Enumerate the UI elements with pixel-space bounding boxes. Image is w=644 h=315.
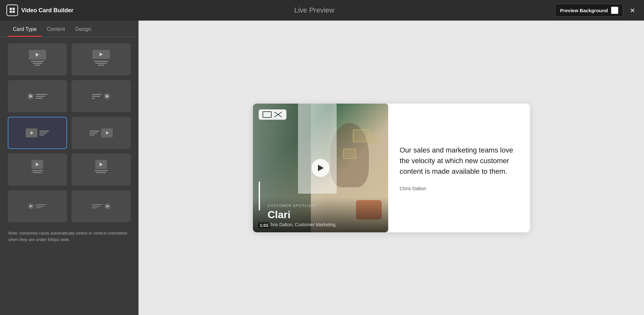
app-title: Video Card Builder <box>21 7 73 14</box>
app-header: Video Card Builder Live Preview Preview … <box>0 0 644 21</box>
card-type-grid <box>8 43 131 222</box>
card-quote: Our sales and marketing teams love the v… <box>400 145 518 177</box>
preview-card: CUSTOMER SPOTLIGHT Clari Chris Dalton, C… <box>253 104 530 232</box>
card-layout-3[interactable] <box>8 80 67 112</box>
card-layout-10[interactable] <box>72 190 131 222</box>
card-layout-6[interactable] <box>72 117 131 149</box>
sidebar-note: Note: horizontal cards automatically swi… <box>8 230 131 243</box>
svg-rect-3 <box>13 11 15 13</box>
video-duration: 1:01 <box>258 222 270 228</box>
header-controls: Preview Background × <box>555 4 638 17</box>
svg-rect-0 <box>10 8 12 10</box>
card-layout-9-icon <box>24 197 50 216</box>
badge-rectangle <box>263 111 272 118</box>
card-text-section: Our sales and marketing teams love the v… <box>388 104 530 232</box>
live-preview-label: Live Preview <box>73 6 555 14</box>
card-layout-8[interactable] <box>72 153 131 186</box>
sidebar-tabs: Card Type Content Design <box>0 21 139 37</box>
card-layout-1-icon <box>24 50 50 69</box>
play-icon <box>318 165 324 171</box>
video-bar <box>259 181 260 210</box>
card-layout-6-icon <box>88 123 114 143</box>
card-layout-4[interactable] <box>72 80 131 112</box>
tab-card-type[interactable]: Card Type <box>8 21 42 37</box>
card-layout-7[interactable] <box>8 153 67 186</box>
close-button[interactable]: × <box>628 4 638 17</box>
card-layout-10-icon <box>88 197 114 216</box>
close-icon: × <box>630 5 635 15</box>
play-button[interactable] <box>312 159 330 177</box>
card-layout-1[interactable] <box>8 43 67 76</box>
svg-rect-1 <box>13 8 15 10</box>
video-title: Clari <box>268 209 382 221</box>
tab-design[interactable]: Design <box>70 21 97 37</box>
card-layout-7-icon <box>24 160 50 179</box>
card-layout-5-icon <box>24 123 50 143</box>
card-layout-9[interactable] <box>8 190 67 222</box>
video-logo-badge <box>259 109 286 120</box>
card-layout-5[interactable] <box>8 117 67 149</box>
preview-area: CUSTOMER SPOTLIGHT Clari Chris Dalton, C… <box>139 21 644 315</box>
logo-icon <box>6 5 18 16</box>
svg-rect-2 <box>10 11 12 13</box>
sidebar-content: Note: horizontal cards automatically swi… <box>0 37 139 315</box>
badge-x-icon <box>274 111 283 118</box>
card-layout-2[interactable] <box>72 43 131 76</box>
card-layout-8-icon <box>88 160 114 179</box>
preview-background-label: Preview Background <box>560 8 608 13</box>
video-subtitle: Chris Dalton, Customer Marketing <box>268 222 382 227</box>
card-video-section: CUSTOMER SPOTLIGHT Clari Chris Dalton, C… <box>253 104 388 232</box>
tab-content[interactable]: Content <box>42 21 70 37</box>
sidebar: Card Type Content Design <box>0 21 139 315</box>
preview-background-checkbox[interactable] <box>611 7 618 14</box>
video-overlay: CUSTOMER SPOTLIGHT Clari Chris Dalton, C… <box>253 197 388 232</box>
card-layout-3-icon <box>24 87 50 106</box>
card-author: Chris Dalton <box>400 186 518 191</box>
app-logo: Video Card Builder <box>6 5 73 16</box>
preview-background-button[interactable]: Preview Background <box>555 4 623 17</box>
main-layout: Card Type Content Design <box>0 21 644 315</box>
card-layout-2-icon <box>88 50 114 69</box>
card-layout-4-icon <box>88 87 114 106</box>
video-category-label: CUSTOMER SPOTLIGHT <box>268 204 382 208</box>
